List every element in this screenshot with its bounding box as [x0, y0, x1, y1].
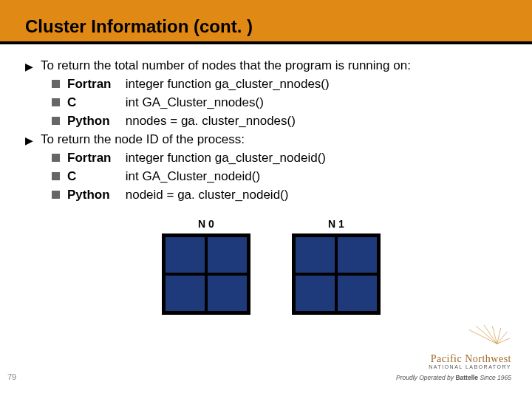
pnnl-logo: Pacific Northwest NATIONAL LABORATORY Pr… — [396, 325, 511, 381]
slide-title: Cluster Information (cont. ) — [25, 16, 253, 37]
triangle-bullet-icon: ▶ — [25, 134, 33, 148]
sub-bullet: C int GA_Cluster_nodeid() — [52, 168, 517, 185]
tagline: Proudly Operated by Battelle Since 1965 — [396, 374, 511, 381]
node-0: N 0 — [162, 217, 250, 316]
cell — [294, 236, 336, 274]
lab-subtitle: NATIONAL LABORATORY — [429, 364, 511, 369]
sub-bullet-text: C int GA_Cluster_nnodes() — [67, 95, 264, 112]
sub-bullet-text: C int GA_Cluster_nodeid() — [67, 168, 260, 185]
cell — [294, 274, 336, 313]
cell — [206, 236, 248, 274]
sub-bullet: C int GA_Cluster_nnodes() — [52, 95, 517, 112]
sub-bullet: Fortran integer function ga_cluster_nnod… — [52, 76, 517, 93]
bullet-1: ▶ To return the total number of nodes th… — [25, 58, 517, 75]
sub-bullet-text: Python nodeid = ga. cluster_nodeid() — [67, 187, 288, 204]
node-1-label: N 1 — [328, 217, 344, 231]
bullet-1-text: To return the total number of nodes that… — [41, 58, 411, 75]
cell — [206, 274, 248, 313]
square-bullet-icon — [52, 172, 60, 180]
sub-bullet: Fortran integer function ga_cluster_node… — [52, 150, 517, 167]
triangle-bullet-icon: ▶ — [25, 60, 33, 74]
svg-line-3 — [492, 326, 497, 344]
node-0-grid — [162, 233, 250, 315]
sub-bullet-text: Fortran integer function ga_cluster_nnod… — [67, 76, 330, 93]
square-bullet-icon — [52, 117, 60, 125]
footer-logo-block: Pacific Northwest NATIONAL LABORATORY Pr… — [396, 325, 511, 381]
lab-name: Pacific Northwest — [431, 353, 511, 365]
title-bar: Cluster Information (cont. ) — [0, 0, 532, 41]
content-area: ▶ To return the total number of nodes th… — [0, 44, 532, 315]
sub-bullet: Python nnodes = ga. cluster_nnodes() — [52, 113, 517, 130]
square-bullet-icon — [52, 98, 60, 106]
bullet-2: ▶ To return the node ID of the process: — [25, 132, 517, 149]
square-bullet-icon — [52, 80, 60, 88]
cell — [336, 274, 378, 313]
page-number: 79 — [7, 372, 16, 381]
sub-bullet-text: Python nnodes = ga. cluster_nnodes() — [67, 113, 296, 130]
bullet-2-text: To return the node ID of the process: — [41, 132, 245, 149]
node-1-grid — [292, 233, 381, 315]
node-diagram: N 0 N 1 — [25, 217, 517, 316]
square-bullet-icon — [52, 154, 60, 162]
svg-line-6 — [497, 338, 511, 344]
slide: Cluster Information (cont. ) ▶ To return… — [0, 0, 532, 399]
square-bullet-icon — [52, 191, 60, 199]
sub-bullet: Python nodeid = ga. cluster_nodeid() — [52, 187, 517, 204]
starburst-icon — [464, 325, 511, 353]
sub-bullet-text: Fortran integer function ga_cluster_node… — [67, 150, 326, 167]
cell — [336, 236, 378, 274]
node-0-label: N 0 — [198, 217, 214, 231]
cell — [164, 236, 206, 274]
cell — [164, 274, 206, 313]
node-1: N 1 — [292, 217, 381, 316]
